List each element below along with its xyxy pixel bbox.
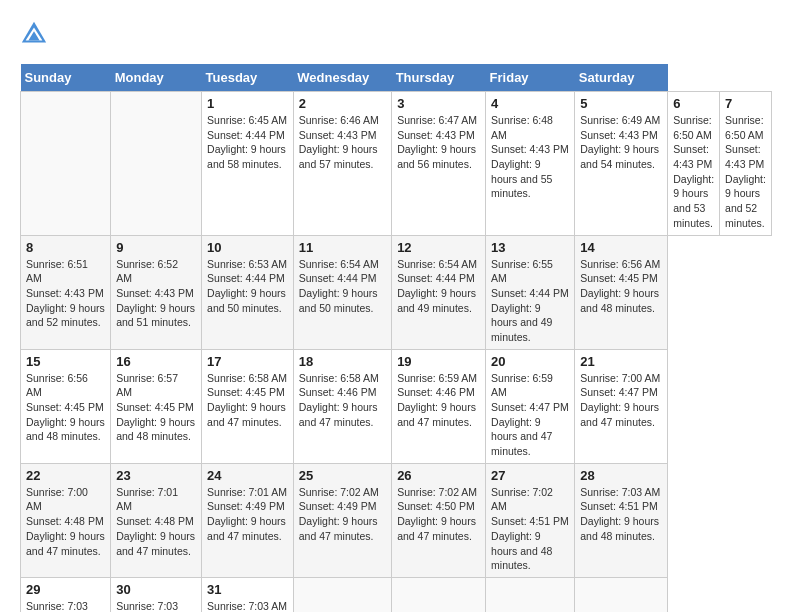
calendar-day-cell <box>486 577 575 612</box>
calendar-day-cell: 14Sunrise: 6:56 AMSunset: 4:45 PMDayligh… <box>575 235 668 349</box>
day-number: 31 <box>207 582 288 597</box>
calendar-day-cell: 11Sunrise: 6:54 AMSunset: 4:44 PMDayligh… <box>293 235 391 349</box>
day-info: Sunrise: 6:58 AMSunset: 4:45 PMDaylight:… <box>207 371 288 430</box>
day-number: 16 <box>116 354 196 369</box>
calendar-day-cell: 24Sunrise: 7:01 AMSunset: 4:49 PMDayligh… <box>202 463 294 577</box>
page-header <box>20 20 772 48</box>
day-number: 23 <box>116 468 196 483</box>
logo-icon <box>20 20 48 48</box>
day-number: 3 <box>397 96 480 111</box>
empty-cell <box>111 92 202 236</box>
calendar-day-cell: 16Sunrise: 6:57 AMSunset: 4:45 PMDayligh… <box>111 349 202 463</box>
calendar-day-cell: 30Sunrise: 7:03 AMSunset: 4:53 PMDayligh… <box>111 577 202 612</box>
calendar-day-cell: 6Sunrise: 6:50 AMSunset: 4:43 PMDaylight… <box>668 92 720 236</box>
day-number: 30 <box>116 582 196 597</box>
day-info: Sunrise: 6:47 AMSunset: 4:43 PMDaylight:… <box>397 113 480 172</box>
day-number: 9 <box>116 240 196 255</box>
day-number: 24 <box>207 468 288 483</box>
calendar-day-cell: 17Sunrise: 6:58 AMSunset: 4:45 PMDayligh… <box>202 349 294 463</box>
calendar-day-cell: 23Sunrise: 7:01 AMSunset: 4:48 PMDayligh… <box>111 463 202 577</box>
day-number: 5 <box>580 96 662 111</box>
day-info: Sunrise: 7:03 AMSunset: 4:52 PMDaylight:… <box>26 599 105 612</box>
calendar-day-cell: 28Sunrise: 7:03 AMSunset: 4:51 PMDayligh… <box>575 463 668 577</box>
day-number: 21 <box>580 354 662 369</box>
weekday-header-saturday: Saturday <box>575 64 668 92</box>
day-info: Sunrise: 6:49 AMSunset: 4:43 PMDaylight:… <box>580 113 662 172</box>
logo <box>20 20 52 48</box>
calendar-day-cell <box>575 577 668 612</box>
calendar-day-cell: 21Sunrise: 7:00 AMSunset: 4:47 PMDayligh… <box>575 349 668 463</box>
day-number: 17 <box>207 354 288 369</box>
calendar-day-cell: 8Sunrise: 6:51 AMSunset: 4:43 PMDaylight… <box>21 235 111 349</box>
day-number: 15 <box>26 354 105 369</box>
calendar-day-cell: 4Sunrise: 6:48 AMSunset: 4:43 PMDaylight… <box>486 92 575 236</box>
calendar-day-cell: 29Sunrise: 7:03 AMSunset: 4:52 PMDayligh… <box>21 577 111 612</box>
day-number: 8 <box>26 240 105 255</box>
day-info: Sunrise: 7:02 AMSunset: 4:49 PMDaylight:… <box>299 485 386 544</box>
calendar-day-cell: 5Sunrise: 6:49 AMSunset: 4:43 PMDaylight… <box>575 92 668 236</box>
day-info: Sunrise: 7:00 AMSunset: 4:48 PMDaylight:… <box>26 485 105 558</box>
day-info: Sunrise: 6:56 AMSunset: 4:45 PMDaylight:… <box>580 257 662 316</box>
calendar-day-cell <box>293 577 391 612</box>
day-info: Sunrise: 6:51 AMSunset: 4:43 PMDaylight:… <box>26 257 105 330</box>
day-number: 14 <box>580 240 662 255</box>
day-info: Sunrise: 7:03 AMSunset: 4:53 PMDaylight:… <box>207 599 288 612</box>
weekday-header-sunday: Sunday <box>21 64 111 92</box>
calendar-day-cell: 18Sunrise: 6:58 AMSunset: 4:46 PMDayligh… <box>293 349 391 463</box>
day-number: 4 <box>491 96 569 111</box>
day-number: 12 <box>397 240 480 255</box>
weekday-header-monday: Monday <box>111 64 202 92</box>
day-number: 18 <box>299 354 386 369</box>
day-info: Sunrise: 6:58 AMSunset: 4:46 PMDaylight:… <box>299 371 386 430</box>
calendar-day-cell: 25Sunrise: 7:02 AMSunset: 4:49 PMDayligh… <box>293 463 391 577</box>
calendar-table: SundayMondayTuesdayWednesdayThursdayFrid… <box>20 64 772 612</box>
calendar-day-cell: 27Sunrise: 7:02 AMSunset: 4:51 PMDayligh… <box>486 463 575 577</box>
day-info: Sunrise: 6:57 AMSunset: 4:45 PMDaylight:… <box>116 371 196 444</box>
calendar-day-cell: 15Sunrise: 6:56 AMSunset: 4:45 PMDayligh… <box>21 349 111 463</box>
weekday-header-tuesday: Tuesday <box>202 64 294 92</box>
weekday-header-row: SundayMondayTuesdayWednesdayThursdayFrid… <box>21 64 772 92</box>
day-info: Sunrise: 6:59 AMSunset: 4:46 PMDaylight:… <box>397 371 480 430</box>
day-info: Sunrise: 6:54 AMSunset: 4:44 PMDaylight:… <box>397 257 480 316</box>
day-info: Sunrise: 6:48 AMSunset: 4:43 PMDaylight:… <box>491 113 569 201</box>
calendar-day-cell: 10Sunrise: 6:53 AMSunset: 4:44 PMDayligh… <box>202 235 294 349</box>
day-number: 10 <box>207 240 288 255</box>
day-info: Sunrise: 7:01 AMSunset: 4:48 PMDaylight:… <box>116 485 196 558</box>
day-info: Sunrise: 7:02 AMSunset: 4:50 PMDaylight:… <box>397 485 480 544</box>
calendar-day-cell: 19Sunrise: 6:59 AMSunset: 4:46 PMDayligh… <box>392 349 486 463</box>
day-info: Sunrise: 6:54 AMSunset: 4:44 PMDaylight:… <box>299 257 386 316</box>
calendar-day-cell <box>392 577 486 612</box>
day-number: 28 <box>580 468 662 483</box>
day-number: 26 <box>397 468 480 483</box>
empty-cell <box>21 92 111 236</box>
weekday-header-thursday: Thursday <box>392 64 486 92</box>
day-info: Sunrise: 7:03 AMSunset: 4:51 PMDaylight:… <box>580 485 662 544</box>
calendar-row: 29Sunrise: 7:03 AMSunset: 4:52 PMDayligh… <box>21 577 772 612</box>
day-info: Sunrise: 6:45 AMSunset: 4:44 PMDaylight:… <box>207 113 288 172</box>
day-number: 7 <box>725 96 766 111</box>
day-number: 6 <box>673 96 714 111</box>
day-number: 25 <box>299 468 386 483</box>
day-info: Sunrise: 7:03 AMSunset: 4:53 PMDaylight:… <box>116 599 196 612</box>
day-info: Sunrise: 6:50 AMSunset: 4:43 PMDaylight:… <box>673 113 714 231</box>
calendar-day-cell: 1Sunrise: 6:45 AMSunset: 4:44 PMDaylight… <box>202 92 294 236</box>
day-number: 13 <box>491 240 569 255</box>
weekday-header-wednesday: Wednesday <box>293 64 391 92</box>
calendar-day-cell: 20Sunrise: 6:59 AMSunset: 4:47 PMDayligh… <box>486 349 575 463</box>
day-number: 11 <box>299 240 386 255</box>
day-info: Sunrise: 7:01 AMSunset: 4:49 PMDaylight:… <box>207 485 288 544</box>
calendar-day-cell: 26Sunrise: 7:02 AMSunset: 4:50 PMDayligh… <box>392 463 486 577</box>
calendar-day-cell: 12Sunrise: 6:54 AMSunset: 4:44 PMDayligh… <box>392 235 486 349</box>
calendar-row: 8Sunrise: 6:51 AMSunset: 4:43 PMDaylight… <box>21 235 772 349</box>
day-info: Sunrise: 6:46 AMSunset: 4:43 PMDaylight:… <box>299 113 386 172</box>
calendar-row: 1Sunrise: 6:45 AMSunset: 4:44 PMDaylight… <box>21 92 772 236</box>
calendar-day-cell: 2Sunrise: 6:46 AMSunset: 4:43 PMDaylight… <box>293 92 391 236</box>
day-number: 22 <box>26 468 105 483</box>
calendar-day-cell: 31Sunrise: 7:03 AMSunset: 4:53 PMDayligh… <box>202 577 294 612</box>
day-info: Sunrise: 6:55 AMSunset: 4:44 PMDaylight:… <box>491 257 569 345</box>
calendar-day-cell: 3Sunrise: 6:47 AMSunset: 4:43 PMDaylight… <box>392 92 486 236</box>
day-info: Sunrise: 6:50 AMSunset: 4:43 PMDaylight:… <box>725 113 766 231</box>
day-number: 1 <box>207 96 288 111</box>
day-number: 2 <box>299 96 386 111</box>
day-info: Sunrise: 7:02 AMSunset: 4:51 PMDaylight:… <box>491 485 569 573</box>
